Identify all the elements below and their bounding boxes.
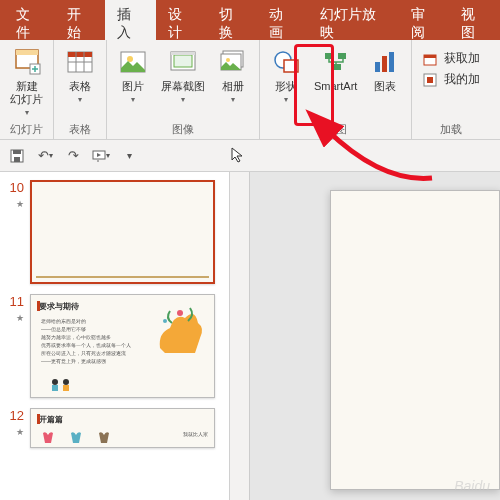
store-icon <box>422 51 438 67</box>
tab-bar: 文件 开始 插入 设计 切换 动画 幻灯片放映 审阅 视图 <box>0 8 500 40</box>
svg-rect-14 <box>284 60 298 72</box>
shapes-button[interactable]: 形状 ▾ <box>266 44 306 106</box>
thumb-number: 12 <box>6 408 24 423</box>
svg-rect-1 <box>16 50 38 55</box>
picture-icon <box>117 46 149 78</box>
slide-preview[interactable]: 要求与期待 老师给的东西是对的――但总是用它不够越努力越幸运，心中欣慰也越多优秀… <box>30 294 215 398</box>
chevron-down-icon: ▾ <box>131 95 135 104</box>
animation-indicator-icon: ★ <box>16 199 24 209</box>
album-label: 相册 <box>222 80 244 93</box>
group-illustrations: 形状 ▾ SmartArt 图表 插图 <box>260 40 412 139</box>
svg-rect-9 <box>171 52 195 55</box>
vertical-ruler <box>230 172 250 500</box>
group-tables-label: 表格 <box>69 120 91 137</box>
thumbnails-panel[interactable]: 10 ★ 11 ★ 要求与期待 老师给的东西是对的――但总是用它不够越努力越幸运… <box>0 172 230 500</box>
my-addins-button[interactable]: 我的加 <box>422 71 480 88</box>
chart-label: 图表 <box>374 80 396 93</box>
save-button[interactable] <box>8 147 26 165</box>
get-addins-label: 获取加 <box>444 50 480 67</box>
ribbon: 新建 幻灯片 ▾ 幻灯片 表格 ▾ 表格 图片 ▾ <box>0 40 500 140</box>
addins-icon <box>422 72 438 88</box>
animation-indicator-icon: ★ <box>16 427 24 437</box>
svg-point-32 <box>63 379 69 385</box>
slide-thumbnail-10[interactable]: 10 ★ <box>6 180 223 284</box>
svg-rect-25 <box>13 150 21 154</box>
quick-access-toolbar: ↶▾ ↷ ▾ ▾ <box>0 140 500 172</box>
slide-preview[interactable] <box>30 180 215 284</box>
new-slide-icon <box>11 46 43 78</box>
group-slides-label: 幻灯片 <box>10 120 43 137</box>
svg-rect-4 <box>68 52 92 57</box>
slide-thumbnail-12[interactable]: 12 ★ 开篇篇 我就比人家 <box>6 408 223 448</box>
group-tables: 表格 ▾ 表格 <box>54 40 107 139</box>
group-images: 图片 ▾ 屏幕截图 ▾ 相册 ▾ 图像 <box>107 40 260 139</box>
chevron-down-icon: ▾ <box>231 95 235 104</box>
thumb-number: 10 <box>6 180 24 195</box>
svg-rect-19 <box>382 56 387 72</box>
group-addins-label: 加载 <box>440 120 462 137</box>
undo-button[interactable]: ↶▾ <box>36 147 54 165</box>
chevron-down-icon: ▾ <box>181 95 185 104</box>
chevron-down-icon: ▾ <box>78 95 82 104</box>
chart-button[interactable]: 图表 <box>365 44 405 95</box>
new-slide-label: 新建 幻灯片 <box>10 80 43 106</box>
slide-canvas[interactable] <box>250 172 500 500</box>
svg-point-12 <box>226 58 230 62</box>
current-slide[interactable] <box>330 190 500 490</box>
pictures-label: 图片 <box>122 80 144 93</box>
svg-rect-22 <box>424 55 436 58</box>
svg-rect-20 <box>389 52 394 72</box>
svg-point-29 <box>163 319 167 323</box>
svg-rect-16 <box>338 53 346 59</box>
chevron-down-icon: ▾ <box>284 95 288 104</box>
table-icon <box>64 46 96 78</box>
svg-rect-15 <box>325 53 333 59</box>
svg-rect-18 <box>375 62 380 72</box>
svg-rect-31 <box>52 385 58 391</box>
screenshot-label: 屏幕截图 <box>161 80 205 93</box>
chevron-down-icon: ▾ <box>25 108 29 117</box>
group-images-label: 图像 <box>172 120 194 137</box>
svg-point-28 <box>177 310 183 316</box>
svg-point-30 <box>52 379 58 385</box>
watermark: Baidu <box>454 478 490 494</box>
slide-thumbnail-11[interactable]: 11 ★ 要求与期待 老师给的东西是对的――但总是用它不够越努力越幸运，心中欣慰… <box>6 294 223 398</box>
group-addins: 获取加 我的加 加载 <box>412 40 490 139</box>
svg-rect-33 <box>63 385 69 391</box>
slide-preview[interactable]: 开篇篇 我就比人家 <box>30 408 215 448</box>
svg-rect-17 <box>331 64 341 70</box>
smartart-icon <box>320 46 352 78</box>
thumb-number: 11 <box>6 294 24 309</box>
group-slides: 新建 幻灯片 ▾ 幻灯片 <box>0 40 54 139</box>
customize-qat[interactable]: ▾ <box>120 147 138 165</box>
smartart-label: SmartArt <box>314 80 357 93</box>
animation-indicator-icon: ★ <box>16 313 24 323</box>
chart-icon <box>369 46 401 78</box>
svg-rect-26 <box>14 157 20 162</box>
shapes-label: 形状 <box>275 80 297 93</box>
album-button[interactable]: 相册 ▾ <box>213 44 253 106</box>
my-addins-label: 我的加 <box>444 71 480 88</box>
screenshot-icon <box>167 46 199 78</box>
svg-rect-8 <box>174 55 192 67</box>
redo-button[interactable]: ↷ <box>64 147 82 165</box>
group-illustrations-label: 插图 <box>325 120 347 137</box>
screenshot-button[interactable]: 屏幕截图 ▾ <box>157 44 209 106</box>
get-addins-button[interactable]: 获取加 <box>422 50 480 67</box>
table-button[interactable]: 表格 ▾ <box>60 44 100 106</box>
shapes-icon <box>270 46 302 78</box>
new-slide-button[interactable]: 新建 幻灯片 ▾ <box>6 44 47 119</box>
table-label: 表格 <box>69 80 91 93</box>
pictures-button[interactable]: 图片 ▾ <box>113 44 153 106</box>
album-icon <box>217 46 249 78</box>
start-from-beginning-button[interactable]: ▾ <box>92 147 110 165</box>
slide-title: 要求与期待 <box>39 301 79 312</box>
smartart-button[interactable]: SmartArt <box>310 44 361 95</box>
workspace: 10 ★ 11 ★ 要求与期待 老师给的东西是对的――但总是用它不够越努力越幸运… <box>0 172 500 500</box>
slide-title: 开篇篇 <box>39 414 63 425</box>
